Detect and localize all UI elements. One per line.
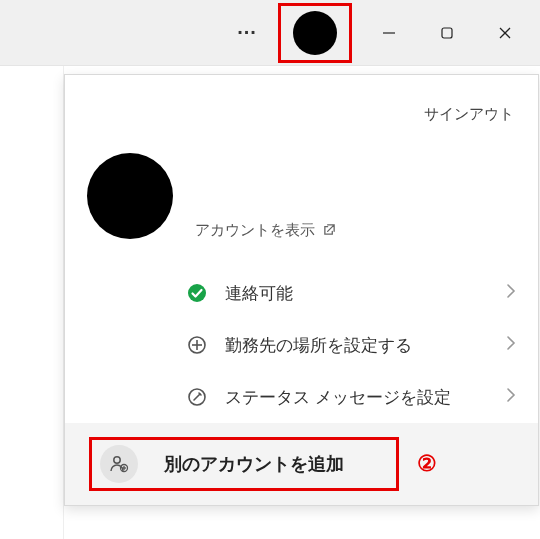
maximize-button[interactable]: [418, 10, 476, 56]
view-account-link[interactable]: アカウントを表示: [195, 221, 336, 240]
svg-point-4: [188, 284, 206, 302]
edit-status-icon: [185, 385, 209, 409]
sign-out-link[interactable]: サインアウト: [424, 105, 514, 124]
profile-button-highlight: [278, 3, 352, 63]
close-button[interactable]: [476, 10, 534, 56]
available-status-icon: [185, 281, 209, 305]
set-location-row[interactable]: 勤務先の場所を設定する: [65, 319, 538, 371]
set-status-message-row[interactable]: ステータス メッセージを設定: [65, 371, 538, 423]
left-gutter: [0, 66, 64, 539]
status-available-label: 連絡可能: [225, 282, 293, 305]
status-available-row[interactable]: 連絡可能: [65, 267, 538, 319]
svg-point-9: [114, 457, 120, 463]
more-button[interactable]: ···: [218, 10, 276, 56]
annotation-marker-2: ②: [417, 451, 437, 477]
profile-dropdown-panel: サインアウト アカウントを表示 連絡可能 勤務先の場所を設定する: [64, 74, 539, 506]
profile-avatar-large: [87, 153, 173, 239]
status-menu: 連絡可能 勤務先の場所を設定する ステータス メッセージを設定: [65, 267, 538, 423]
panel-footer: 別のアカウントを追加 ②: [65, 423, 538, 505]
add-account-label: 別のアカウントを追加: [164, 452, 344, 476]
external-link-icon: [323, 222, 336, 239]
close-icon: [497, 25, 513, 41]
svg-rect-1: [442, 28, 452, 38]
set-status-message-label: ステータス メッセージを設定: [225, 386, 451, 409]
minimize-icon: [382, 26, 396, 40]
location-icon: [185, 333, 209, 357]
maximize-icon: [440, 26, 454, 40]
set-location-label: 勤務先の場所を設定する: [225, 334, 412, 357]
minimize-button[interactable]: [360, 10, 418, 56]
chevron-right-icon: [506, 283, 516, 303]
add-account-button[interactable]: 別のアカウントを追加: [89, 437, 399, 491]
profile-avatar-button[interactable]: [293, 11, 337, 55]
chevron-right-icon: [506, 335, 516, 355]
add-account-icon: [100, 445, 138, 483]
view-account-label: アカウントを表示: [195, 221, 315, 240]
window-titlebar: ···: [0, 0, 540, 66]
chevron-right-icon: [506, 387, 516, 407]
more-icon: ···: [237, 21, 257, 44]
